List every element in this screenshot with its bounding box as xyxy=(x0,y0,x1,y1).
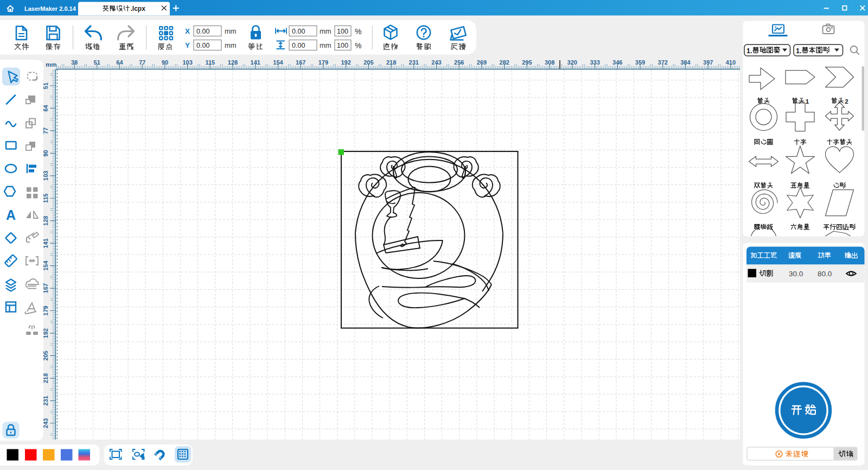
svg-text:A: A xyxy=(6,207,16,223)
svg-text:0.00: 0.00 xyxy=(196,28,209,35)
svg-text:1: 1 xyxy=(806,98,809,105)
svg-text:.lcpx: .lcpx xyxy=(131,5,146,12)
svg-text:%: % xyxy=(355,27,361,36)
svg-text:2: 2 xyxy=(845,98,848,105)
svg-text:1.: 1. xyxy=(746,47,752,55)
svg-text:%: % xyxy=(355,41,361,50)
svg-text:100: 100 xyxy=(337,42,348,49)
svg-text:0.00: 0.00 xyxy=(196,42,209,49)
svg-text:0.00: 0.00 xyxy=(292,42,305,49)
svg-text:X: X xyxy=(185,27,190,35)
svg-text:Y: Y xyxy=(185,41,190,49)
svg-text:100: 100 xyxy=(337,28,348,35)
svg-text:mm: mm xyxy=(320,41,331,49)
svg-text:mm: mm xyxy=(225,27,237,35)
svg-text:mm: mm xyxy=(46,61,56,68)
svg-text:mm: mm xyxy=(320,27,331,35)
svg-text:80.0: 80.0 xyxy=(818,270,832,278)
svg-text:LaserMaker 2.0.14: LaserMaker 2.0.14 xyxy=(24,5,76,12)
svg-text:0.00: 0.00 xyxy=(292,28,305,35)
svg-text:mm: mm xyxy=(225,41,237,49)
svg-text:1.: 1. xyxy=(796,47,801,55)
svg-text:30.0: 30.0 xyxy=(789,270,803,278)
